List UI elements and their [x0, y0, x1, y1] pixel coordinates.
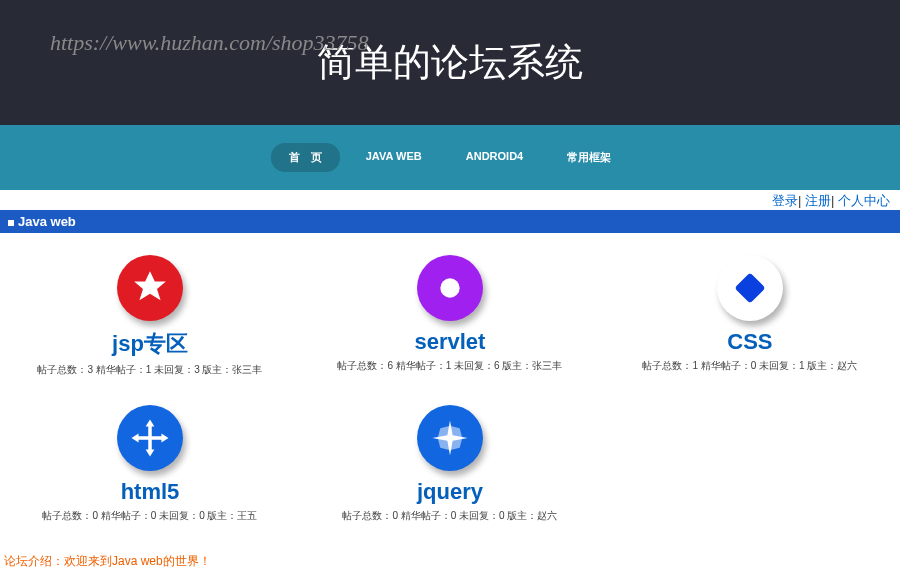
arrows-icon[interactable]	[117, 405, 183, 471]
forum-title-link[interactable]: jquery	[300, 479, 600, 505]
auth-sep: |	[831, 193, 834, 208]
forum-stats: 帖子总数：0 精华帖子：0 未回复：0 版主：王五	[0, 509, 300, 523]
square-bullet-icon	[8, 220, 14, 226]
forum-card: jsp专区帖子总数：3 精华帖子：1 未回复：3 版主：张三丰	[0, 243, 300, 393]
auth-bar: 登录| 注册| 个人中心	[0, 190, 900, 210]
svg-rect-2	[734, 272, 765, 303]
header: https://www.huzhan.com/shop33758 简单的论坛系统	[0, 0, 900, 125]
profile-link[interactable]: 个人中心	[838, 193, 890, 208]
nav-item-1[interactable]: JAVA WEB	[348, 143, 440, 172]
forum-card: servlet帖子总数：6 精华帖子：1 未回复：6 版主：张三丰	[300, 243, 600, 393]
sparkle-icon[interactable]	[417, 405, 483, 471]
section-intro: 论坛介绍：欢迎来到Java web的世界！	[0, 549, 900, 573]
nav-item-3[interactable]: 常用框架	[549, 143, 629, 172]
forum-card: CSS帖子总数：1 精华帖子：0 未回复：1 版主：赵六	[600, 243, 900, 393]
section-title: Java web	[18, 214, 76, 229]
forum-card: jquery帖子总数：0 精华帖子：0 未回复：0 版主：赵六	[300, 393, 600, 539]
forum-card: html5帖子总数：0 精华帖子：0 未回复：0 版主：王五	[0, 393, 300, 539]
forum-grid: jsp专区帖子总数：3 精华帖子：1 未回复：3 版主：张三丰servlet帖子…	[0, 233, 900, 549]
forum-stats: 帖子总数：3 精华帖子：1 未回复：3 版主：张三丰	[0, 363, 300, 377]
forum-title-link[interactable]: html5	[0, 479, 300, 505]
auth-sep: |	[798, 193, 801, 208]
ring-icon[interactable]	[417, 255, 483, 321]
forum-stats: 帖子总数：1 精华帖子：0 未回复：1 版主：赵六	[600, 359, 900, 373]
star-icon[interactable]	[117, 255, 183, 321]
nav-bar: 首 页JAVA WEBANDROID4常用框架	[0, 125, 900, 190]
register-link[interactable]: 注册	[805, 193, 831, 208]
forum-stats: 帖子总数：0 精华帖子：0 未回复：0 版主：赵六	[300, 509, 600, 523]
forum-title-link[interactable]: jsp专区	[0, 329, 300, 359]
svg-marker-10	[438, 426, 463, 451]
diamond-icon[interactable]	[717, 255, 783, 321]
login-link[interactable]: 登录	[772, 193, 798, 208]
forum-stats: 帖子总数：6 精华帖子：1 未回复：6 版主：张三丰	[300, 359, 600, 373]
forum-title-link[interactable]: servlet	[300, 329, 600, 355]
nav-item-2[interactable]: ANDROID4	[448, 143, 541, 172]
section-header: Java web	[0, 210, 900, 233]
forum-title-link[interactable]: CSS	[600, 329, 900, 355]
nav-item-0[interactable]: 首 页	[271, 143, 340, 172]
svg-marker-0	[134, 271, 166, 300]
svg-rect-8	[137, 436, 163, 440]
svg-point-1	[440, 278, 459, 297]
watermark-url: https://www.huzhan.com/shop33758	[50, 30, 369, 56]
